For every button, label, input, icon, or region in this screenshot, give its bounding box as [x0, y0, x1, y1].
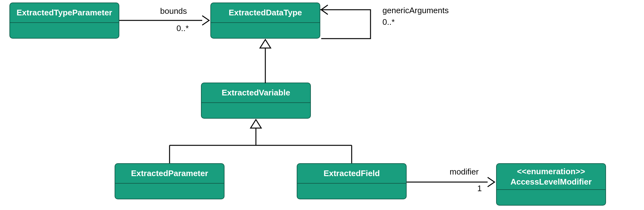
class-name: AccessLevelModifier	[511, 177, 592, 186]
assoc-modifier-label: modifier	[450, 167, 479, 177]
assoc-bounds-multiplicity: 0..*	[176, 24, 189, 33]
class-extracted-parameter: ExtractedParameter	[115, 163, 225, 199]
class-extracted-data-type: ExtractedDataType	[210, 3, 320, 39]
class-title: ExtractedField	[297, 164, 406, 184]
class-access-level-modifier: <<enumeration>> AccessLevelModifier	[496, 163, 606, 206]
class-body	[115, 184, 224, 199]
class-extracted-type-parameter: ExtractedTypeParameter	[9, 3, 119, 39]
class-extracted-field: ExtractedField	[297, 163, 407, 199]
assoc-generic-arguments	[320, 5, 383, 46]
svg-marker-1	[260, 40, 271, 48]
class-title: <<enumeration>> AccessLevelModifier	[497, 164, 605, 190]
assoc-bounds-label: bounds	[160, 6, 187, 16]
class-body	[10, 23, 119, 39]
class-body	[497, 190, 605, 206]
class-extracted-variable: ExtractedVariable	[201, 83, 311, 119]
class-body	[211, 23, 320, 39]
class-title: ExtractedVariable	[202, 83, 310, 103]
class-stereotype: <<enumeration>>	[499, 166, 603, 177]
assoc-generic-multiplicity: 0..*	[382, 17, 395, 27]
class-title: ExtractedTypeParameter	[10, 3, 119, 23]
gen-variable-to-datatype	[251, 39, 276, 83]
class-title: ExtractedDataType	[211, 3, 320, 23]
class-title: ExtractedParameter	[115, 164, 224, 184]
assoc-modifier-multiplicity: 1	[477, 184, 482, 193]
assoc-modifier	[407, 175, 496, 194]
class-body	[297, 184, 406, 199]
svg-marker-3	[251, 120, 261, 128]
gen-children-to-variable	[157, 119, 364, 166]
class-body	[202, 103, 310, 119]
assoc-generic-label: genericArguments	[382, 6, 449, 15]
